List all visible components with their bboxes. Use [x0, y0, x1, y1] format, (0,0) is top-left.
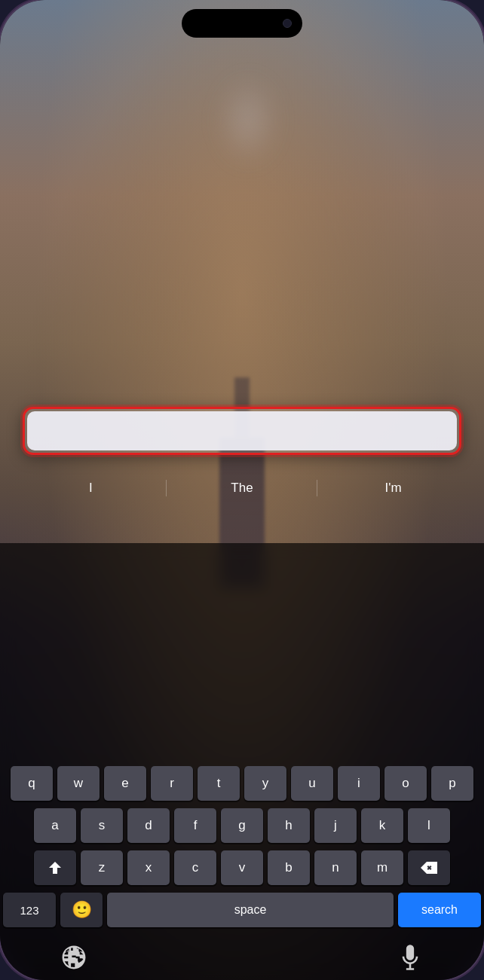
autocomplete-bar: I The I'm — [0, 469, 484, 508]
key-k[interactable]: k — [361, 808, 403, 843]
key-row-2: a s d f g h j k l — [3, 808, 481, 843]
notch — [182, 9, 302, 38]
key-j[interactable]: j — [314, 808, 357, 843]
key-a[interactable]: a — [34, 808, 76, 843]
key-l[interactable]: l — [408, 808, 450, 843]
key-v[interactable]: v — [221, 850, 263, 885]
autocomplete-item-3[interactable]: I'm — [317, 475, 469, 502]
globe-icon[interactable] — [60, 944, 87, 971]
search-input[interactable] — [27, 411, 457, 450]
key-t[interactable]: t — [198, 766, 240, 801]
numbers-key[interactable]: 123 — [3, 893, 56, 927]
screen: I The I'm q w e r t y u i o p a s — [0, 0, 484, 980]
key-c[interactable]: c — [174, 850, 216, 885]
search-key[interactable]: search — [398, 893, 481, 927]
key-d[interactable]: d — [127, 808, 170, 843]
search-field-wrapper — [23, 407, 461, 455]
key-r[interactable]: r — [151, 766, 193, 801]
key-e[interactable]: e — [104, 766, 146, 801]
key-s[interactable]: s — [81, 808, 123, 843]
key-m[interactable]: m — [361, 850, 403, 885]
space-key[interactable]: space — [107, 893, 394, 927]
key-p[interactable]: p — [431, 766, 473, 801]
smoke-effect — [218, 75, 278, 166]
front-camera — [283, 19, 292, 28]
key-o[interactable]: o — [384, 766, 427, 801]
emoji-key[interactable]: 🙂 — [60, 893, 103, 927]
search-field-container[interactable] — [23, 407, 461, 455]
backspace-key[interactable] — [408, 850, 450, 885]
key-row-1: q w e r t y u i o p — [3, 766, 481, 801]
key-h[interactable]: h — [268, 808, 310, 843]
keyboard: q w e r t y u i o p a s d f g h j k — [0, 766, 484, 935]
key-row-4: 123 🙂 space search — [3, 893, 481, 927]
phone-frame: I The I'm q w e r t y u i o p a s — [0, 0, 484, 980]
shift-key[interactable] — [34, 850, 76, 885]
key-i[interactable]: i — [338, 766, 380, 801]
key-f[interactable]: f — [174, 808, 216, 843]
key-x[interactable]: x — [127, 850, 170, 885]
autocomplete-item-2[interactable]: The — [167, 475, 318, 502]
key-n[interactable]: n — [314, 850, 357, 885]
key-row-3: z x c v b n m — [3, 850, 481, 885]
microphone-icon[interactable] — [397, 944, 424, 971]
key-u[interactable]: u — [291, 766, 333, 801]
key-z[interactable]: z — [81, 850, 123, 885]
key-b[interactable]: b — [268, 850, 310, 885]
key-q[interactable]: q — [11, 766, 53, 801]
key-w[interactable]: w — [57, 766, 100, 801]
autocomplete-item-1[interactable]: I — [15, 475, 167, 502]
key-y[interactable]: y — [244, 766, 286, 801]
key-g[interactable]: g — [221, 808, 263, 843]
bottom-bar — [0, 935, 484, 980]
